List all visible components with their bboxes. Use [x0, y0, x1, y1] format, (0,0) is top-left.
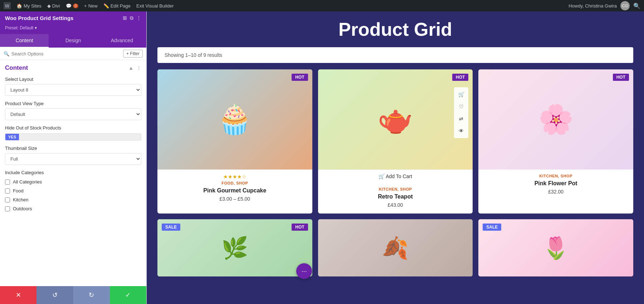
grid-icon[interactable]: ⊞: [123, 15, 127, 21]
avatar: CG: [620, 1, 630, 10]
category-label-outdoors: Outdoors: [13, 206, 32, 211]
hide-out-of-stock-label: Hide Out of Stock Products: [5, 125, 61, 131]
tab-design[interactable]: Design: [49, 34, 97, 48]
category-checkbox-all[interactable]: [5, 180, 10, 185]
search-input[interactable]: [11, 51, 121, 57]
main-layout: Woo Product Grid Settings ⊞ ⧉ ⋮ Preset: …: [0, 11, 644, 304]
product-image-1: 🧁 HOT: [157, 69, 312, 170]
cart-action-icon[interactable]: 🛒: [456, 89, 466, 99]
product-info-3: KITCHEN, SHOP Pink Flower Pot £32.00: [478, 170, 633, 200]
product-stars-1: ★★★★☆: [162, 174, 307, 180]
chevron-up-icon[interactable]: ▲: [128, 65, 133, 71]
sidebar-bottom-bar: ✕ ↺ ↻ ✓: [0, 286, 146, 304]
wishlist-action-icon[interactable]: ♡: [456, 102, 466, 112]
category-label-kitchen: Kitchen: [13, 197, 28, 202]
product-card-6: 🌷 SALE: [478, 219, 633, 276]
results-bar: Showing 1–10 of 9 results: [157, 47, 633, 63]
add-to-cart-button[interactable]: 🛒 Add To Cart: [323, 173, 468, 179]
product-card-3: 🌸 HOT KITCHEN, SHOP Pink Flower Pot £32.…: [478, 69, 633, 214]
section-more-icon[interactable]: ⋮: [136, 65, 141, 71]
cancel-button[interactable]: ✕: [0, 286, 36, 304]
sidebar-content: Content ▲ ⋮ Select Layout Layout 8 Layou…: [0, 60, 146, 286]
filter-button[interactable]: + Filter: [123, 50, 143, 58]
tab-content[interactable]: Content: [0, 34, 49, 48]
comments-link[interactable]: 💬 0: [66, 3, 79, 9]
product-image-4: 🌿 SALE HOT: [157, 219, 312, 276]
my-sites-link[interactable]: 🏠 My Sites: [16, 3, 42, 9]
category-checkbox-outdoors[interactable]: [5, 206, 10, 211]
preview-area: Product Grid Showing 1–10 of 9 results 🧁…: [147, 11, 644, 304]
edit-page-link[interactable]: ✏️ Edit Page: [103, 3, 131, 9]
fab-button[interactable]: ···: [296, 263, 312, 279]
search-icon[interactable]: 🔍: [633, 3, 640, 9]
product-categories-2: KITCHEN, SHOP: [323, 187, 468, 191]
columns-icon[interactable]: ⧉: [130, 15, 133, 21]
divi-link[interactable]: ◆ Divi: [47, 3, 60, 9]
product-name-2: Retro Teapot: [323, 193, 468, 200]
product-image-3: 🌸 HOT: [478, 69, 633, 170]
product-name-1: Pink Gourmet Cupcake: [162, 187, 307, 194]
quickview-action-icon[interactable]: 👁: [456, 126, 466, 136]
admin-user-info: Howdy, Christina Gwira CG 🔍: [569, 1, 640, 10]
product-card-4: 🌿 SALE HOT: [157, 219, 312, 276]
page-title: Product Grid: [157, 19, 633, 40]
hide-out-of-stock-toggle[interactable]: YES: [5, 133, 141, 141]
hide-out-of-stock-row: Hide Out of Stock Products: [5, 125, 141, 131]
product-price-3: £32.00: [483, 189, 628, 195]
sidebar-header-icons: ⊞ ⧉ ⋮: [123, 15, 141, 21]
toggle-yes: YES: [5, 134, 19, 140]
product-price-2: £43.00: [323, 202, 468, 208]
divi-icon: ◆: [47, 3, 51, 9]
compare-action-icon[interactable]: ⇄: [456, 114, 466, 124]
content-section-title: Content: [5, 64, 28, 72]
hot-badge-2: HOT: [452, 74, 468, 81]
sidebar: Woo Product Grid Settings ⊞ ⧉ ⋮ Preset: …: [0, 11, 147, 304]
wp-logo-icon[interactable]: W: [4, 2, 11, 9]
sale-badge-6: SALE: [483, 224, 501, 231]
product-card-2: 🫖 HOT 🛒 ♡ ⇄ 👁 🛒 Add To Cart KITCHEN, SHO…: [318, 69, 473, 214]
hot-badge-1: HOT: [292, 74, 308, 81]
sidebar-title: Woo Product Grid Settings: [5, 15, 73, 21]
results-text: Showing 1–10 of 9 results: [165, 52, 222, 58]
product-price-1: £3.00 – £5.00: [162, 196, 307, 202]
new-link[interactable]: + New: [84, 3, 98, 9]
save-button[interactable]: ✓: [110, 286, 146, 304]
comment-icon: 💬: [66, 3, 72, 9]
home-icon: 🏠: [16, 3, 22, 9]
hot-badge-3: HOT: [613, 74, 629, 81]
select-layout-dropdown[interactable]: Layout 8 Layout 1Layout 2Layout 3: [5, 84, 141, 96]
product-info-2: KITCHEN, SHOP Retro Teapot £43.00: [318, 183, 473, 214]
sidebar-header: Woo Product Grid Settings ⊞ ⧉ ⋮: [0, 11, 146, 25]
search-icon: 🔍: [4, 51, 9, 57]
add-to-cart-bar: 🛒 Add To Cart: [318, 170, 473, 183]
sidebar-tabs: Content Design Advanced: [0, 34, 146, 48]
category-item-kitchen: Kitchen: [5, 195, 141, 204]
redo-button[interactable]: ↻: [73, 286, 110, 304]
hot-badge-4: HOT: [292, 224, 308, 231]
tab-advanced[interactable]: Advanced: [98, 34, 146, 48]
product-name-3: Pink Flower Pot: [483, 180, 628, 187]
product-actions-2: 🛒 ♡ ⇄ 👁: [454, 87, 468, 138]
plus-icon: +: [84, 3, 87, 9]
category-checkbox-kitchen[interactable]: [5, 197, 10, 202]
undo-button[interactable]: ↺: [36, 286, 73, 304]
thumbnail-size-dropdown[interactable]: Full ThumbnailMediumLarge: [5, 153, 141, 165]
select-layout-label: Select Layout: [5, 77, 141, 82]
product-categories-1: FOOD, SHOP: [162, 181, 307, 185]
admin-bar: W 🏠 My Sites ◆ Divi 💬 0 + New ✏️ Edit Pa…: [0, 0, 644, 11]
category-label-food: Food: [13, 188, 24, 193]
product-card-1: 🧁 HOT ★★★★☆ FOOD, SHOP Pink Gourmet Cupc…: [157, 69, 312, 214]
category-label-all: All Categories: [13, 179, 42, 185]
thumbnail-size-label: Thumbnail Size: [5, 146, 141, 151]
include-categories-label: Include Categories: [5, 170, 141, 175]
preset-selector[interactable]: Preset: Default ▾: [0, 25, 146, 34]
category-checkbox-food[interactable]: [5, 188, 10, 193]
more-icon[interactable]: ⋮: [136, 15, 141, 21]
product-card-5: 🍂: [318, 219, 473, 276]
exit-visual-builder-link[interactable]: Exit Visual Builder: [136, 3, 174, 9]
category-item-outdoors: Outdoors: [5, 204, 141, 213]
content-section-header: Content ▲ ⋮: [5, 64, 141, 72]
product-info-1: ★★★★☆ FOOD, SHOP Pink Gourmet Cupcake £3…: [157, 170, 312, 207]
product-view-type-dropdown[interactable]: Default ListGrid: [5, 108, 141, 120]
product-categories-3: KITCHEN, SHOP: [483, 174, 628, 178]
